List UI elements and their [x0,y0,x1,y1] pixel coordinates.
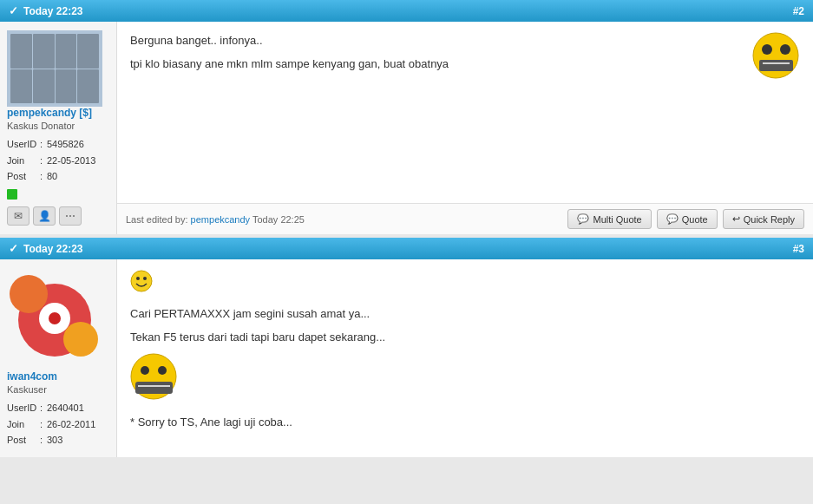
post-3: ✓ Today 22:23 #3 [0,238,813,457]
username[interactable]: iwan4com [7,370,57,383]
quote-icon: 💬 [666,213,679,225]
sep: : [40,153,47,169]
user-title: Kaskus Donator [7,121,75,131]
user-title: Kaskuser [7,384,47,395]
quick-reply-icon: ↩ [732,213,740,225]
post-text: Cari PERTAMAXXX jam segini susah amat ya… [117,259,813,457]
post-2-header: ✓ Today 22:23 #2 [0,0,813,22]
user-info: UserID : 5495826 Join : 22-05-2013 Post … [7,136,95,185]
post-actions: 💬 Multi Quote 💬 Quote ↩ Quick Reply [567,209,804,229]
post-3-header: ✓ Today 22:23 #3 [0,238,813,259]
sep: : [40,432,47,448]
svg-point-11 [136,277,140,280]
last-edited: Last edited by: pempekcandy Today 22:25 [126,214,305,225]
post-row: Post : 303 [7,432,95,448]
post-text: Berguna banget.. infonya.. tpi klo [117,22,813,203]
multi-quote-button[interactable]: 💬 Multi Quote [567,209,651,229]
join-row: Join : 26-02-2011 [7,416,95,433]
smiley-emoji [130,270,800,298]
avatar-box [33,69,55,104]
post-count-value: 303 [47,432,62,448]
post-timestamp: Today 22:23 [23,243,82,255]
avatar-svg [7,268,102,363]
join-label: Join [7,416,40,433]
user-panel: iwan4com Kaskuser UserID : 2640401 Join … [0,259,117,457]
join-value: 22-05-2013 [47,153,95,169]
post-line-1: Cari PERTAMAXXX jam segini susah amat ya… [130,305,800,324]
post-2: ✓ Today 22:23 #2 pempekcandy [$] Kaskus … [0,0,813,234]
post-number: #2 [793,5,804,17]
more-button[interactable]: ⋯ [59,206,82,226]
post-timestamp: Today 22:23 [23,5,82,17]
avatar-box [77,34,99,69]
checkmark-icon: ✓ [9,242,18,255]
ninja-emoji [130,353,800,407]
svg-rect-16 [135,382,173,394]
userid-label: UserID [7,136,40,153]
avatar-box [56,69,77,104]
join-value: 26-02-2011 [47,416,95,433]
checkmark-icon: ✓ [9,4,18,17]
last-edited-user[interactable]: pempekcandy [191,214,251,225]
svg-point-3 [780,44,790,55]
user-actions: ✉ 👤 ⋯ [7,206,82,226]
quick-reply-button[interactable]: ↩ Quick Reply [723,209,804,229]
user-panel: pempekcandy [$] Kaskus Donator UserID : … [0,22,117,234]
svg-point-0 [753,33,798,78]
post-header-left: ✓ Today 22:23 [9,4,82,17]
avatar-box [10,34,32,69]
user-info: UserID : 2640401 Join : 26-02-2011 Post … [7,400,95,448]
quote-button[interactable]: 💬 Quote [657,209,718,229]
post-count-value: 80 [47,168,57,185]
post-number: #3 [793,243,804,255]
last-edited-prefix: Last edited by: [126,214,191,225]
svg-point-7 [63,322,98,357]
avatar-box [33,34,55,69]
svg-point-10 [131,271,152,291]
svg-point-14 [141,366,149,375]
post-content-area: Berguna banget.. infonya.. tpi klo [117,22,813,234]
avatar-box [10,69,32,104]
userid-value: 5495826 [47,136,84,153]
post-label: Post [7,168,40,185]
svg-point-9 [49,312,61,324]
post-line-1: Berguna banget.. infonya.. [130,32,800,50]
post-content-area: Cari PERTAMAXXX jam segini susah amat ya… [117,259,813,457]
join-label: Join [7,153,40,169]
quick-reply-label: Quick Reply [744,214,795,225]
emoji-evil-grin [752,32,800,86]
username[interactable]: pempekcandy [$] [7,107,92,119]
post-row: Post : 80 [7,168,95,185]
userid-row: UserID : 2640401 [7,400,95,416]
svg-point-12 [143,277,147,280]
svg-point-2 [762,44,772,55]
avatar-box [77,69,99,104]
sep: : [40,136,47,153]
post-line-2: tpi klo biasany ane mkn mlm sampe kenyan… [130,56,800,74]
userid-row: UserID : 5495826 [7,136,95,153]
post-label: Post [7,432,40,448]
online-indicator [7,189,17,200]
avatar-box [56,34,77,69]
svg-point-6 [10,275,48,313]
post-body: pempekcandy [$] Kaskus Donator UserID : … [0,22,813,234]
profile-button[interactable]: 👤 [33,206,56,226]
last-edited-time: Today 22:25 [250,214,305,225]
mail-button[interactable]: ✉ [7,206,30,226]
sep: : [40,400,47,416]
multi-quote-icon: 💬 [577,213,589,225]
post-body: iwan4com Kaskuser UserID : 2640401 Join … [0,259,813,457]
join-row: Join : 22-05-2013 [7,153,95,169]
svg-point-15 [158,366,167,375]
sep: : [40,416,47,433]
post-header-left: ✓ Today 22:23 [9,242,82,255]
userid-value: 2640401 [47,400,84,416]
userid-label: UserID [7,400,40,416]
multi-quote-label: Multi Quote [593,214,641,225]
quote-label: Quote [682,214,708,225]
sep: : [40,168,47,185]
avatar [7,30,102,107]
avatar [7,268,102,363]
post-footer: Last edited by: pempekcandy Today 22:25 … [117,203,813,234]
post-line-3: * Sorry to TS, Ane lagi uji coba... [130,414,800,432]
